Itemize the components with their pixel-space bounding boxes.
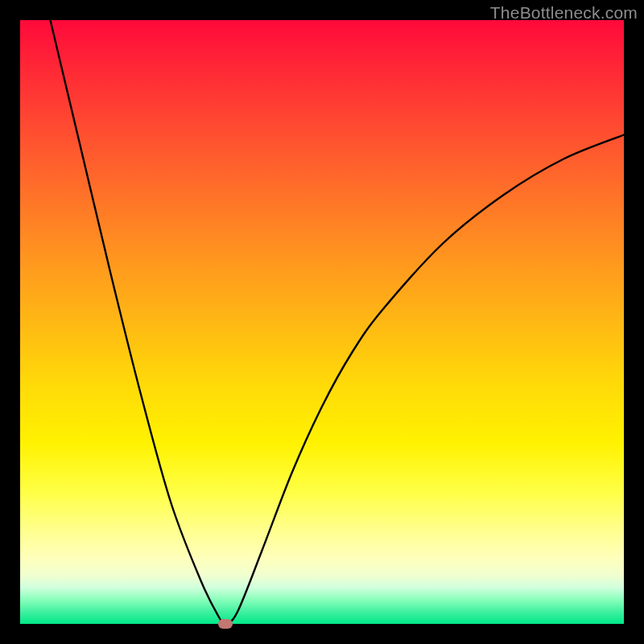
chart-frame: TheBottleneck.com: [0, 0, 644, 644]
curve-path: [51, 20, 625, 624]
bottleneck-curve: [20, 20, 624, 624]
optimum-marker: [218, 619, 233, 629]
plot-area: [20, 20, 624, 624]
